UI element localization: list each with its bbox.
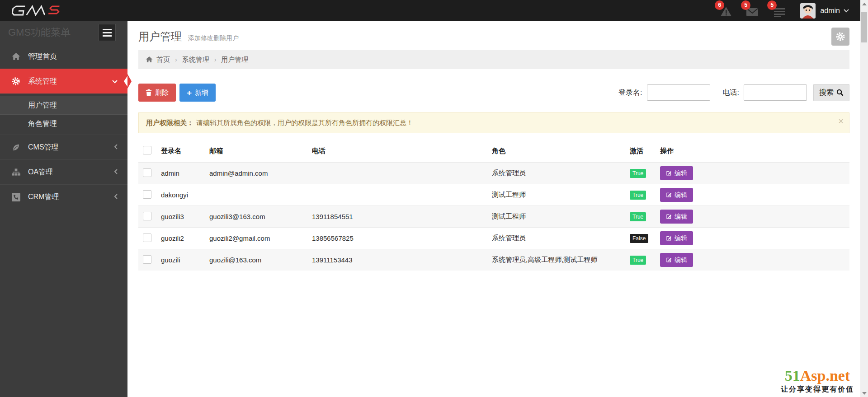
alert-text: 请编辑其所属角色的权限，用户的权限是其所有角色所拥有的权限汇总！: [196, 119, 413, 127]
breadcrumb-item[interactable]: 首页: [156, 56, 170, 63]
login-filter-input[interactable]: [647, 84, 710, 101]
cell-phone: [308, 163, 488, 184]
edit-button[interactable]: 编辑: [660, 166, 693, 180]
app-root: 6 5 5: [0, 0, 868, 397]
cell-roles: 系统管理员: [488, 163, 626, 184]
sidebar-title: GMS功能菜单: [8, 26, 71, 39]
active-badge: True: [630, 212, 646, 221]
tasks-badge: 5: [767, 0, 777, 10]
cell-login: admin: [157, 163, 206, 184]
toolbar: 删除 + 新增 登录名: 电话: 搜索: [138, 84, 849, 102]
sidebar-item-crm[interactable]: CRM管理: [0, 184, 127, 209]
edit-icon: [666, 192, 672, 198]
active-badge: True: [630, 169, 646, 178]
gms-logo: [11, 5, 63, 17]
warning-notification[interactable]: 6: [720, 5, 732, 17]
edit-button-label: 编辑: [675, 234, 687, 243]
messages-badge: 5: [741, 0, 750, 10]
cell-login: dakongyi: [157, 184, 206, 206]
active-badge: True: [630, 191, 646, 200]
add-button[interactable]: + 新增: [179, 84, 216, 102]
cell-email: admin@admin.com: [206, 163, 308, 184]
cell-phone: 13911153443: [308, 249, 488, 271]
col-header-email: 邮箱: [206, 140, 308, 163]
cell-roles: 系统管理员,高级工程师,测试工程师: [488, 249, 626, 271]
watermark-tagline: 让分享变得更有价值: [781, 385, 854, 394]
col-header-phone: 电话: [308, 140, 488, 163]
cell-roles: 系统管理员: [488, 228, 626, 249]
sidebar-item-cms[interactable]: CMS管理: [0, 135, 127, 159]
sidebar-nav: 管理首页 系统管理: [0, 44, 127, 209]
edit-button-label: 编辑: [675, 213, 687, 221]
edit-button-label: 编辑: [675, 256, 687, 264]
edit-button[interactable]: 编辑: [660, 188, 693, 202]
cell-phone: 13856567825: [308, 228, 488, 249]
sidebar-item-label: 管理首页: [28, 52, 118, 61]
content-header: 用户管理 添加修改删除用户: [127, 21, 860, 49]
row-checkbox[interactable]: [143, 234, 151, 242]
sidebar-subitem-label: 用户管理: [28, 101, 57, 110]
cell-login: guozili3: [157, 206, 206, 228]
breadcrumb-item: 用户管理: [221, 56, 248, 63]
col-header-active: 激活: [626, 140, 656, 163]
search-button-label: 搜索: [819, 88, 834, 98]
delete-button[interactable]: 删除: [138, 84, 176, 102]
breadcrumb-separator: ›: [214, 56, 217, 63]
cell-email: guozili2@gmail.com: [206, 228, 308, 249]
gear-icon: [835, 32, 845, 42]
trash-icon: [146, 89, 152, 96]
gms-logo-icon: [11, 5, 63, 17]
row-checkbox[interactable]: [143, 212, 151, 220]
row-checkbox[interactable]: [143, 190, 151, 199]
edit-button[interactable]: 编辑: [660, 253, 693, 267]
scrollbar-thumb[interactable]: [861, 12, 867, 42]
edit-button[interactable]: 编辑: [660, 231, 693, 245]
phone-filter-input[interactable]: [744, 84, 807, 101]
sidebar-item-user-mgmt[interactable]: 用户管理: [0, 96, 127, 115]
edit-button[interactable]: 编辑: [660, 210, 693, 224]
row-checkbox[interactable]: [143, 168, 151, 177]
sidebar-item-role-mgmt[interactable]: 角色管理: [0, 115, 127, 133]
sidebar-subitem-label: 角色管理: [28, 119, 57, 129]
table-row: guozili2guozili2@gmail.com13856567825系统管…: [138, 228, 849, 249]
chevron-left-icon: [114, 144, 118, 151]
chevron-down-icon: [844, 9, 849, 13]
sidebar-toggle-button[interactable]: [99, 24, 116, 41]
sidebar-item-label: CRM管理: [28, 192, 114, 202]
home-icon: [11, 53, 21, 61]
sidebar-item-system[interactable]: 系统管理: [0, 69, 127, 93]
sidebar-item-home[interactable]: 管理首页: [0, 44, 127, 69]
cell-roles: 测试工程师: [488, 206, 626, 228]
row-checkbox[interactable]: [143, 255, 151, 264]
close-icon[interactable]: ×: [838, 117, 844, 126]
settings-button[interactable]: [831, 28, 849, 46]
edit-icon: [666, 235, 672, 241]
scrollbar[interactable]: [860, 0, 868, 397]
search-button[interactable]: 搜索: [813, 84, 849, 101]
cell-login: guozili: [157, 249, 206, 271]
gear-icon: [11, 77, 21, 86]
col-header-login: 登录名: [157, 140, 206, 163]
tasks-notification[interactable]: 5: [772, 5, 785, 17]
sidebar-submenu-system: 用户管理 角色管理: [0, 93, 127, 135]
table-row: guoziliguozili@163.com13911153443系统管理员,高…: [138, 249, 849, 271]
scroll-down-arrow[interactable]: [860, 389, 868, 397]
select-all-checkbox[interactable]: [143, 146, 151, 154]
sidebar-item-oa[interactable]: OA管理: [0, 159, 127, 184]
scroll-up-arrow[interactable]: [860, 0, 868, 8]
user-menu[interactable]: admin: [800, 3, 849, 19]
sidebar-item-label: CMS管理: [28, 143, 114, 152]
cell-roles: 测试工程师: [488, 184, 626, 206]
search-zone: 登录名: 电话: 搜索: [618, 84, 849, 101]
add-button-label: 新增: [195, 89, 208, 97]
breadcrumb-item[interactable]: 系统管理: [182, 56, 209, 63]
topbar: 6 5 5: [0, 0, 868, 21]
sidebar-item-label: 系统管理: [28, 77, 112, 86]
table-row: adminadmin@admin.com系统管理员True编辑: [138, 163, 849, 184]
edit-button-label: 编辑: [675, 169, 687, 177]
phone-filter-label: 电话:: [723, 88, 739, 98]
messages-notification[interactable]: 5: [746, 5, 759, 17]
table-row: guozili3guozili3@163.com13911854551测试工程师…: [138, 206, 849, 228]
avatar: [800, 3, 816, 19]
table-header-row: 登录名 邮箱 电话 角色 激活 操作: [138, 140, 849, 163]
